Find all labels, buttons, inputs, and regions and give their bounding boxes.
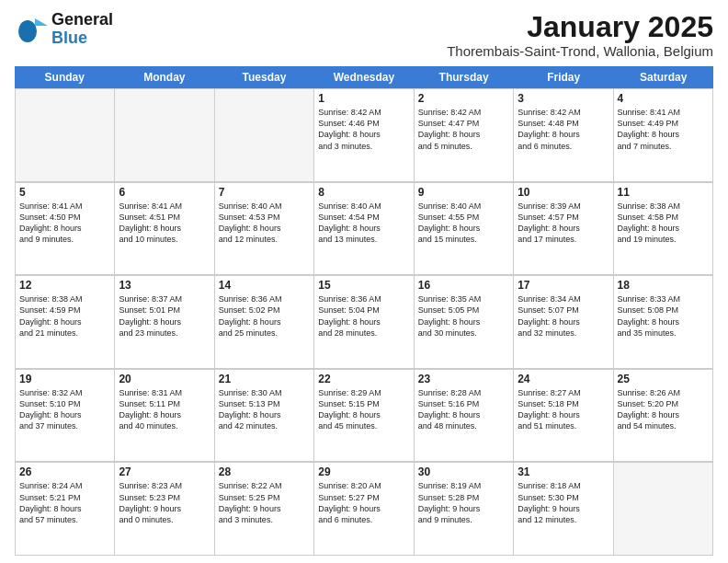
calendar-cell-r4-c1: 19Sunrise: 8:32 AM Sunset: 5:10 PM Dayli…: [16, 370, 115, 463]
page: General Blue January 2025 Thorembais-Sai…: [0, 0, 728, 563]
svg-marker-1: [35, 18, 48, 26]
calendar-cell-r3-c6: 17Sunrise: 8:34 AM Sunset: 5:07 PM Dayli…: [514, 276, 613, 369]
day-number: 25: [618, 373, 709, 385]
calendar-cell-r1-c7: 4Sunrise: 8:41 AM Sunset: 4:49 PM Daylig…: [614, 89, 713, 182]
calendar-cell-r1-c2: [115, 89, 214, 182]
calendar-cell-r4-c6: 24Sunrise: 8:27 AM Sunset: 5:18 PM Dayli…: [514, 370, 613, 463]
title-block: January 2025 Thorembais-Saint-Trond, Wal…: [447, 11, 713, 59]
day-number: 17: [518, 279, 609, 292]
day-number: 23: [418, 373, 509, 385]
logo-text-blue: Blue: [51, 29, 113, 48]
calendar-row-3: 12Sunrise: 8:38 AM Sunset: 4:59 PM Dayli…: [15, 275, 713, 369]
calendar-cell-r4-c5: 23Sunrise: 8:28 AM Sunset: 5:16 PM Dayli…: [415, 370, 514, 463]
page-subtitle: Thorembais-Saint-Trond, Wallonia, Belgiu…: [447, 43, 713, 59]
calendar-cell-r2-c1: 5Sunrise: 8:41 AM Sunset: 4:50 PM Daylig…: [16, 183, 115, 276]
calendar-header: Sunday Monday Tuesday Wednesday Thursday…: [15, 66, 713, 88]
day-number: 18: [618, 279, 709, 292]
calendar-row-4: 19Sunrise: 8:32 AM Sunset: 5:10 PM Dayli…: [15, 369, 713, 463]
day-info: Sunrise: 8:36 AM Sunset: 5:02 PM Dayligh…: [219, 293, 310, 339]
day-number: 2: [418, 92, 509, 105]
day-number: 15: [318, 279, 409, 292]
header-monday: Monday: [115, 66, 215, 88]
day-info: Sunrise: 8:40 AM Sunset: 4:54 PM Dayligh…: [318, 201, 409, 246]
calendar-cell-r2-c4: 8Sunrise: 8:40 AM Sunset: 4:54 PM Daylig…: [314, 183, 414, 276]
calendar-cell-r2-c2: 6Sunrise: 8:41 AM Sunset: 4:51 PM Daylig…: [115, 183, 214, 276]
day-number: 26: [19, 465, 110, 478]
calendar-cell-r5-c6: 31Sunrise: 8:18 AM Sunset: 5:30 PM Dayli…: [514, 463, 613, 556]
day-info: Sunrise: 8:37 AM Sunset: 5:01 PM Dayligh…: [119, 293, 210, 339]
calendar-cell-r4-c4: 22Sunrise: 8:29 AM Sunset: 5:15 PM Dayli…: [314, 370, 414, 463]
day-info: Sunrise: 8:22 AM Sunset: 5:25 PM Dayligh…: [219, 480, 310, 525]
day-number: 31: [518, 465, 609, 478]
calendar-cell-r3-c3: 14Sunrise: 8:36 AM Sunset: 5:02 PM Dayli…: [215, 276, 314, 369]
day-info: Sunrise: 8:19 AM Sunset: 5:28 PM Dayligh…: [418, 480, 509, 525]
calendar-cell-r1-c6: 3Sunrise: 8:42 AM Sunset: 4:48 PM Daylig…: [514, 89, 613, 182]
day-info: Sunrise: 8:36 AM Sunset: 5:04 PM Dayligh…: [318, 293, 409, 339]
calendar-cell-r1-c3: [215, 89, 314, 182]
calendar-cell-r2-c6: 10Sunrise: 8:39 AM Sunset: 4:57 PM Dayli…: [514, 183, 613, 276]
day-info: Sunrise: 8:38 AM Sunset: 4:58 PM Dayligh…: [618, 201, 709, 246]
calendar-cell-r3-c1: 12Sunrise: 8:38 AM Sunset: 4:59 PM Dayli…: [16, 276, 115, 369]
day-info: Sunrise: 8:32 AM Sunset: 5:10 PM Dayligh…: [19, 387, 110, 432]
day-info: Sunrise: 8:23 AM Sunset: 5:23 PM Dayligh…: [119, 480, 210, 525]
calendar-cell-r5-c4: 29Sunrise: 8:20 AM Sunset: 5:27 PM Dayli…: [314, 463, 414, 556]
header-wednesday: Wednesday: [314, 66, 415, 88]
day-number: 14: [219, 279, 310, 292]
calendar-cell-r2-c7: 11Sunrise: 8:38 AM Sunset: 4:58 PM Dayli…: [614, 183, 713, 276]
day-info: Sunrise: 8:31 AM Sunset: 5:11 PM Dayligh…: [119, 387, 210, 432]
day-number: 19: [19, 373, 110, 385]
day-number: 7: [219, 186, 310, 199]
day-number: 6: [119, 186, 210, 199]
header-saturday: Saturday: [613, 66, 713, 88]
day-info: Sunrise: 8:18 AM Sunset: 5:30 PM Dayligh…: [518, 480, 609, 525]
day-number: 24: [518, 373, 609, 385]
calendar-cell-r5-c7: [614, 463, 713, 556]
day-info: Sunrise: 8:38 AM Sunset: 4:59 PM Dayligh…: [19, 293, 110, 339]
calendar-row-2: 5Sunrise: 8:41 AM Sunset: 4:50 PM Daylig…: [15, 182, 713, 276]
day-number: 12: [19, 279, 110, 292]
day-info: Sunrise: 8:40 AM Sunset: 4:55 PM Dayligh…: [418, 201, 509, 246]
day-number: 30: [418, 465, 509, 478]
calendar-cell-r3-c2: 13Sunrise: 8:37 AM Sunset: 5:01 PM Dayli…: [115, 276, 214, 369]
day-info: Sunrise: 8:39 AM Sunset: 4:57 PM Dayligh…: [518, 201, 609, 246]
calendar-cell-r5-c5: 30Sunrise: 8:19 AM Sunset: 5:28 PM Dayli…: [415, 463, 514, 556]
logo-icon: [15, 13, 48, 46]
day-number: 27: [119, 465, 210, 478]
day-info: Sunrise: 8:33 AM Sunset: 5:08 PM Dayligh…: [618, 293, 709, 339]
day-number: 1: [318, 92, 409, 105]
calendar-cell-r3-c4: 15Sunrise: 8:36 AM Sunset: 5:04 PM Dayli…: [314, 276, 414, 369]
day-info: Sunrise: 8:42 AM Sunset: 4:46 PM Dayligh…: [318, 107, 409, 152]
day-number: 28: [219, 465, 310, 478]
day-number: 8: [318, 186, 409, 199]
svg-point-0: [18, 20, 37, 42]
day-number: 20: [119, 373, 210, 385]
day-info: Sunrise: 8:24 AM Sunset: 5:21 PM Dayligh…: [19, 480, 110, 525]
logo: General Blue: [15, 11, 113, 48]
header-tuesday: Tuesday: [214, 66, 314, 88]
calendar-cell-r2-c5: 9Sunrise: 8:40 AM Sunset: 4:55 PM Daylig…: [415, 183, 514, 276]
calendar-body: 1Sunrise: 8:42 AM Sunset: 4:46 PM Daylig…: [15, 88, 713, 556]
calendar-row-1: 1Sunrise: 8:42 AM Sunset: 4:46 PM Daylig…: [15, 88, 713, 182]
day-number: 5: [19, 186, 110, 199]
day-info: Sunrise: 8:30 AM Sunset: 5:13 PM Dayligh…: [219, 387, 310, 432]
day-info: Sunrise: 8:27 AM Sunset: 5:18 PM Dayligh…: [518, 387, 609, 432]
day-number: 16: [418, 279, 509, 292]
day-number: 10: [518, 186, 609, 199]
day-info: Sunrise: 8:28 AM Sunset: 5:16 PM Dayligh…: [418, 387, 509, 432]
day-info: Sunrise: 8:29 AM Sunset: 5:15 PM Dayligh…: [318, 387, 409, 432]
header-sunday: Sunday: [15, 66, 115, 88]
calendar-cell-r1-c1: [16, 89, 115, 182]
calendar-cell-r4-c2: 20Sunrise: 8:31 AM Sunset: 5:11 PM Dayli…: [115, 370, 214, 463]
day-number: 13: [119, 279, 210, 292]
calendar-cell-r4-c3: 21Sunrise: 8:30 AM Sunset: 5:13 PM Dayli…: [215, 370, 314, 463]
day-info: Sunrise: 8:20 AM Sunset: 5:27 PM Dayligh…: [318, 480, 409, 525]
day-info: Sunrise: 8:41 AM Sunset: 4:50 PM Dayligh…: [19, 201, 110, 246]
calendar-cell-r2-c3: 7Sunrise: 8:40 AM Sunset: 4:53 PM Daylig…: [215, 183, 314, 276]
day-number: 3: [518, 92, 609, 105]
logo-text-general: General: [51, 10, 113, 29]
day-info: Sunrise: 8:35 AM Sunset: 5:05 PM Dayligh…: [418, 293, 509, 339]
day-info: Sunrise: 8:41 AM Sunset: 4:51 PM Dayligh…: [119, 201, 210, 246]
calendar-cell-r1-c4: 1Sunrise: 8:42 AM Sunset: 4:46 PM Daylig…: [314, 89, 414, 182]
day-info: Sunrise: 8:40 AM Sunset: 4:53 PM Dayligh…: [219, 201, 310, 246]
day-info: Sunrise: 8:42 AM Sunset: 4:48 PM Dayligh…: [518, 107, 609, 152]
